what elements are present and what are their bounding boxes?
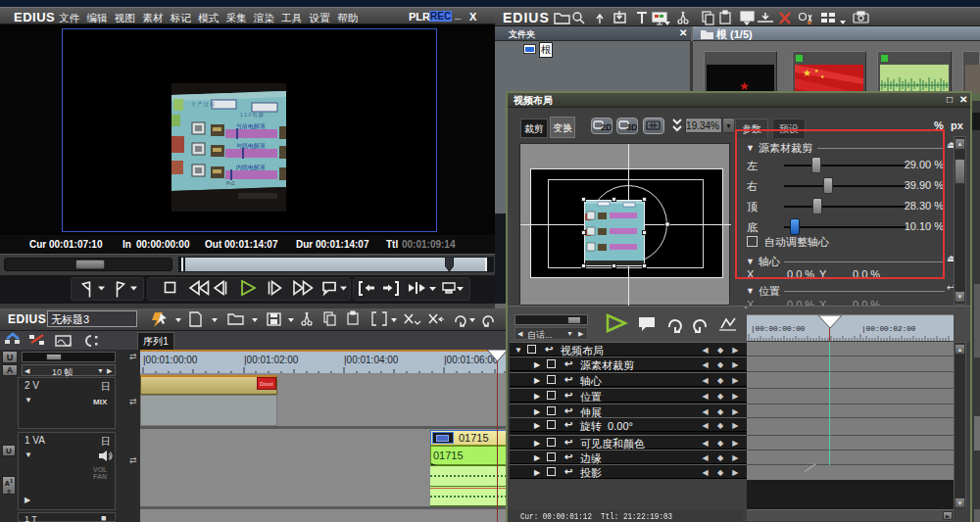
- svg-text:主 产 过 程: 主 产 过 程: [191, 101, 215, 107]
- svg-text:与既电解液: 与既电解液: [236, 142, 266, 150]
- svg-text:当前电解液: 当前电解液: [236, 122, 266, 130]
- svg-text:★: ★: [820, 73, 825, 79]
- svg-text:3D: 3D: [626, 122, 637, 132]
- svg-text:Pv2: Pv2: [226, 180, 235, 186]
- svg-text:2D: 2D: [601, 122, 612, 132]
- svg-text:★: ★: [803, 68, 811, 78]
- svg-text:1 2 3 电 解: 1 2 3 电 解: [240, 112, 264, 119]
- svg-text:内既电解液: 内既电解液: [236, 164, 266, 171]
- svg-text:★: ★: [814, 68, 819, 73]
